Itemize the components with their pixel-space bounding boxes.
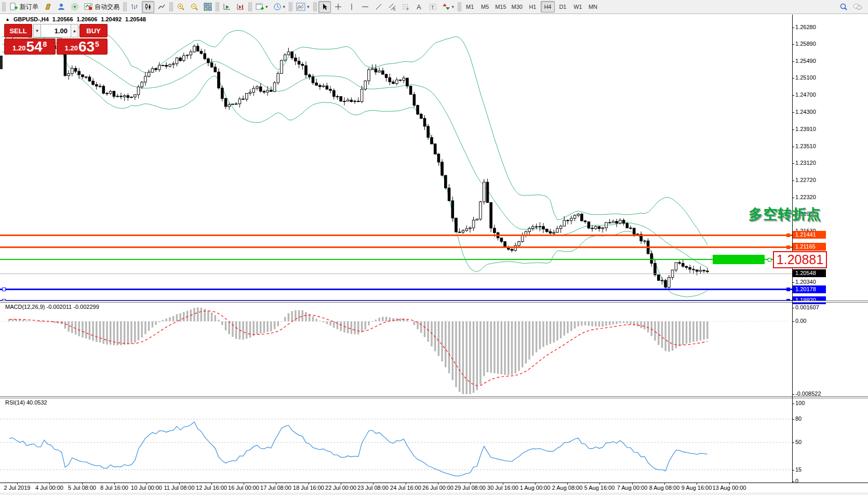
price-axis-tick: 1.24700: [795, 92, 816, 98]
price-badge: 1.20548: [793, 269, 826, 277]
time-axis-label: 11 Jul 08:00: [164, 485, 194, 491]
chart-shift-button[interactable]: [234, 1, 247, 13]
metaeditor-icon: [44, 3, 52, 11]
sell-button[interactable]: SELL: [4, 24, 32, 37]
timeframe-button-H4[interactable]: H4: [541, 1, 555, 12]
price-axis-tick: 1.20340: [795, 279, 816, 285]
window-bottom-strip: [0, 492, 868, 495]
timeframe-button-W1[interactable]: W1: [571, 1, 585, 12]
high-value: 1.20606: [77, 16, 98, 22]
timeframe-button-M15[interactable]: M15: [493, 1, 508, 12]
time-axis-label: 8 Aug 08:00: [649, 485, 680, 491]
indicators-icon: [296, 3, 305, 11]
fibonacci-button[interactable]: F: [399, 1, 412, 13]
new-chart-button[interactable]: ▾: [253, 1, 270, 13]
zoom-out-button[interactable]: [188, 1, 201, 13]
timeframe-button-M30[interactable]: M30: [510, 1, 525, 12]
rsi-label: RSI(14) 40.0532: [5, 399, 47, 406]
line-handle[interactable]: [2, 288, 6, 291]
bar-chart-button[interactable]: [128, 1, 141, 13]
volume-decrease-button[interactable]: ▼: [33, 24, 41, 37]
sell-price-button[interactable]: 1.20 54 8: [4, 38, 56, 55]
horizontal-line-1.20178[interactable]: [0, 289, 792, 290]
line-handle[interactable]: [786, 245, 790, 249]
line-chart-button[interactable]: [155, 1, 168, 13]
candlestick-button[interactable]: [142, 1, 154, 13]
timeframe-button-M5[interactable]: M5: [478, 1, 492, 12]
time-axis-label: 10 Jul 00:00: [131, 485, 162, 491]
macd-label: MACD(12,26,9) -0.002011 -0.002299: [5, 304, 99, 310]
autotrading-button[interactable]: 自动交易: [82, 1, 122, 13]
time-axis-label: 26 Jul 00:00: [422, 485, 453, 491]
buy-price-button[interactable]: 1.20 63 5: [57, 38, 108, 55]
horizontal-line-button[interactable]: [359, 1, 371, 13]
time-axis-label: 13 Aug 00:00: [713, 485, 746, 491]
svg-text:T: T: [431, 5, 434, 10]
price-axis-tick: 1.25100: [795, 74, 816, 81]
search-icon: [839, 3, 848, 11]
pane-separator[interactable]: [0, 301, 868, 303]
annotation-text[interactable]: 多空转折点: [749, 205, 821, 224]
collapse-trade-panel-button[interactable]: ▲: [5, 17, 10, 22]
symbol-period-label: GBPUSD-,H4: [14, 16, 49, 22]
new-order-icon: [9, 3, 18, 11]
timeframe-button-H1[interactable]: H1: [526, 1, 540, 12]
price-chart-canvas[interactable]: [0, 15, 792, 301]
price-axis-tick: 1.23120: [795, 160, 816, 166]
cursor-button[interactable]: [318, 1, 331, 13]
tile-windows-icon: [204, 3, 212, 11]
volume-input[interactable]: [41, 24, 71, 37]
timeframe-button-M1[interactable]: M1: [463, 1, 477, 12]
volume-increase-button[interactable]: ▲: [71, 24, 78, 37]
timeframe-button-MN[interactable]: MN: [586, 1, 600, 12]
panel-edge-tab[interactable]: [0, 56, 3, 69]
macd-canvas[interactable]: [0, 303, 792, 396]
line-handle[interactable]: [786, 233, 790, 237]
arrows-button[interactable]: ▾: [440, 1, 457, 13]
dropdown-caret: ▾: [307, 4, 310, 9]
horizontal-line-1.20881[interactable]: [0, 259, 792, 260]
channel-button[interactable]: E: [386, 1, 398, 13]
auto-scroll-button[interactable]: [221, 1, 233, 13]
rectangle-handle[interactable]: [768, 258, 771, 262]
auto-scroll-icon: [223, 3, 231, 11]
toolbar-grip: [313, 2, 317, 11]
toolbar-grip: [216, 2, 219, 11]
rsi-canvas[interactable]: [0, 398, 792, 483]
vertical-line-button[interactable]: [345, 1, 358, 13]
low-value: 1.20492: [101, 16, 122, 22]
pane-separator[interactable]: [0, 396, 868, 398]
trade-panel-price-row: 1.20 54 8 1.20 63 5: [4, 38, 108, 55]
toolbar-grip: [2, 2, 6, 11]
text-button[interactable]: A: [413, 1, 425, 13]
chart-info-line: ▲ GBPUSD-,H4 1.20566 1.20606 1.20492 1.2…: [5, 16, 146, 22]
indicator-axis-tick: 80: [795, 415, 802, 422]
profiles-button[interactable]: ▾: [271, 1, 288, 13]
timeframe-button-D1[interactable]: D1: [556, 1, 570, 12]
trendline-button[interactable]: [372, 1, 385, 13]
text-label-button[interactable]: T: [426, 1, 439, 13]
chat-button[interactable]: [851, 1, 864, 12]
current-price-line: [0, 273, 792, 274]
price-label-box[interactable]: 1.20881: [773, 251, 827, 268]
tile-windows-button[interactable]: [202, 1, 214, 13]
zoom-in-button[interactable]: [175, 1, 187, 13]
horizontal-line-1.21165[interactable]: [0, 246, 792, 248]
highlight-rectangle[interactable]: [713, 255, 765, 264]
buy-button[interactable]: BUY: [79, 24, 108, 37]
indicators-button[interactable]: ▾: [294, 1, 312, 13]
search-button[interactable]: [837, 1, 850, 12]
toolbar-grip: [458, 2, 461, 11]
zoom-in-icon: [177, 3, 185, 11]
signals-button[interactable]: [69, 1, 81, 13]
crosshair-button[interactable]: [332, 1, 344, 13]
horizontal-line-1.21441[interactable]: [0, 235, 792, 236]
vertical-line-icon: [348, 3, 356, 11]
market-button[interactable]: [55, 1, 68, 13]
new-chart-icon: [256, 3, 264, 11]
metaeditor-button[interactable]: [42, 1, 54, 13]
new-order-button[interactable]: 新订单: [7, 1, 41, 13]
chart-shift-icon: [236, 3, 245, 11]
line-handle[interactable]: [786, 288, 790, 291]
clock-icon: [273, 3, 282, 11]
